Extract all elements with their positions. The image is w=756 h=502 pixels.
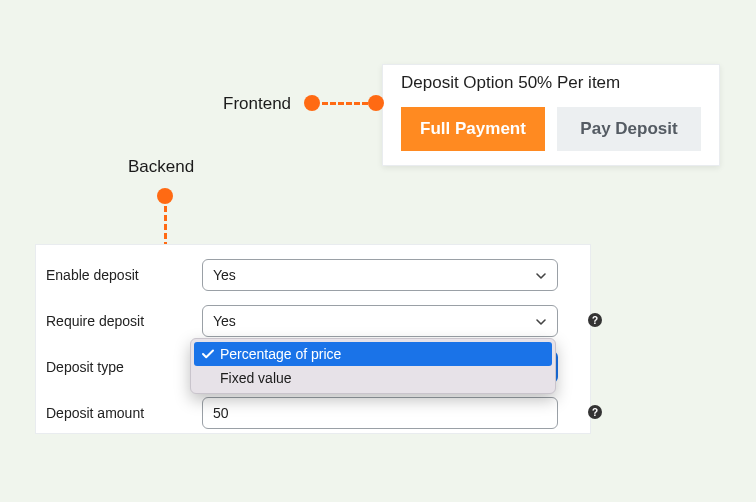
frontend-button-group: Full Payment Pay Deposit [383,93,719,167]
chevron-down-icon [535,269,547,281]
connector-dot [304,95,320,111]
deposit-type-dropdown: Percentage of price Fixed value [190,338,556,394]
connector-dash [164,206,167,248]
require-deposit-value: Yes [213,313,236,329]
help-icon[interactable]: ? [588,313,602,327]
row-deposit-amount: Deposit amount ? [46,397,580,429]
connector-dash [322,102,368,105]
backend-label: Backend [128,157,194,177]
option-label: Percentage of price [220,346,341,362]
chevron-down-icon [535,315,547,327]
pay-deposit-button[interactable]: Pay Deposit [557,107,701,151]
require-deposit-select[interactable]: Yes [202,305,558,337]
full-payment-button[interactable]: Full Payment [401,107,545,151]
enable-deposit-label: Enable deposit [46,267,202,283]
frontend-title: Deposit Option 50% Per item [383,65,719,93]
frontend-label: Frontend [223,94,291,114]
row-enable-deposit: Enable deposit Yes [46,259,580,291]
connector-dot [368,95,384,111]
check-icon [201,347,215,361]
require-deposit-label: Require deposit [46,313,202,329]
deposit-amount-label: Deposit amount [46,405,202,421]
enable-deposit-value: Yes [213,267,236,283]
help-icon[interactable]: ? [588,405,602,419]
enable-deposit-select[interactable]: Yes [202,259,558,291]
connector-dot [157,188,173,204]
deposit-type-label: Deposit type [46,359,202,375]
row-require-deposit: Require deposit Yes ? [46,305,580,337]
frontend-card: Deposit Option 50% Per item Full Payment… [382,64,720,166]
option-label: Fixed value [220,370,292,386]
deposit-type-option-percentage[interactable]: Percentage of price [194,342,552,366]
deposit-type-option-fixed[interactable]: Fixed value [194,366,552,390]
deposit-amount-input[interactable] [202,397,558,429]
